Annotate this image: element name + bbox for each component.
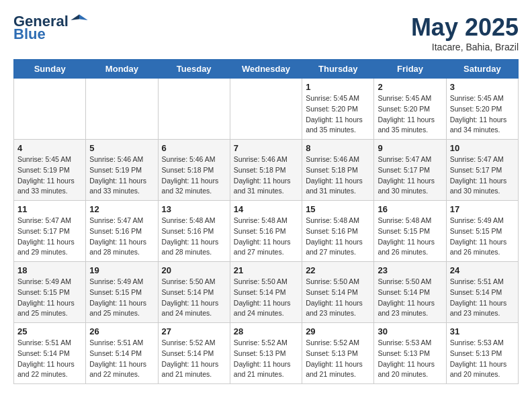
calendar-cell: 18Sunrise: 5:49 AM Sunset: 5:15 PM Dayli… — [14, 262, 86, 323]
day-number: 4 — [17, 143, 82, 153]
calendar-cell — [230, 79, 302, 140]
day-info: Sunrise: 5:50 AM Sunset: 5:14 PM Dayligh… — [378, 277, 442, 319]
day-headers-row: SundayMondayTuesdayWednesdayThursdayFrid… — [14, 60, 519, 79]
calendar-table: SundayMondayTuesdayWednesdayThursdayFrid… — [13, 59, 519, 384]
day-number: 10 — [450, 143, 515, 153]
calendar-cell: 30Sunrise: 5:53 AM Sunset: 5:13 PM Dayli… — [374, 323, 446, 384]
calendar-cell — [158, 79, 230, 140]
day-number: 31 — [450, 326, 515, 336]
day-header-saturday: Saturday — [446, 60, 518, 79]
day-number: 16 — [378, 204, 442, 214]
day-info: Sunrise: 5:46 AM Sunset: 5:18 PM Dayligh… — [306, 154, 370, 197]
calendar-header: SundayMondayTuesdayWednesdayThursdayFrid… — [14, 60, 519, 79]
day-header-tuesday: Tuesday — [158, 60, 230, 79]
calendar-cell: 12Sunrise: 5:47 AM Sunset: 5:16 PM Dayli… — [86, 201, 158, 262]
day-number: 3 — [450, 82, 515, 92]
calendar-cell: 1Sunrise: 5:45 AM Sunset: 5:20 PM Daylig… — [302, 79, 374, 140]
day-number: 13 — [162, 204, 226, 214]
day-number: 1 — [306, 82, 370, 92]
calendar-cell: 28Sunrise: 5:52 AM Sunset: 5:13 PM Dayli… — [230, 323, 302, 384]
calendar-cell: 9Sunrise: 5:47 AM Sunset: 5:17 PM Daylig… — [374, 140, 446, 201]
month-title: May 2025 — [411, 13, 519, 42]
day-number: 12 — [89, 204, 154, 214]
calendar-cell: 10Sunrise: 5:47 AM Sunset: 5:17 PM Dayli… — [446, 140, 518, 201]
calendar-cell: 13Sunrise: 5:48 AM Sunset: 5:16 PM Dayli… — [158, 201, 230, 262]
title-block: May 2025 Itacare, Bahia, Brazil — [411, 13, 519, 52]
day-number: 7 — [234, 143, 298, 153]
day-header-monday: Monday — [86, 60, 158, 79]
calendar-cell: 29Sunrise: 5:52 AM Sunset: 5:13 PM Dayli… — [302, 323, 374, 384]
calendar-cell: 8Sunrise: 5:46 AM Sunset: 5:18 PM Daylig… — [302, 140, 374, 201]
logo-bird-icon — [70, 11, 89, 30]
calendar-cell: 19Sunrise: 5:49 AM Sunset: 5:15 PM Dayli… — [86, 262, 158, 323]
day-info: Sunrise: 5:53 AM Sunset: 5:13 PM Dayligh… — [378, 338, 442, 380]
day-number: 6 — [162, 143, 226, 153]
day-info: Sunrise: 5:47 AM Sunset: 5:17 PM Dayligh… — [17, 216, 82, 258]
calendar-week-5: 25Sunrise: 5:51 AM Sunset: 5:14 PM Dayli… — [14, 323, 519, 384]
day-number: 21 — [234, 265, 298, 275]
day-number: 30 — [378, 326, 442, 336]
svg-marker-1 — [71, 15, 79, 20]
calendar-week-2: 4Sunrise: 5:45 AM Sunset: 5:19 PM Daylig… — [14, 140, 519, 201]
day-info: Sunrise: 5:53 AM Sunset: 5:13 PM Dayligh… — [450, 338, 515, 380]
day-info: Sunrise: 5:46 AM Sunset: 5:19 PM Dayligh… — [89, 154, 154, 197]
day-info: Sunrise: 5:52 AM Sunset: 5:14 PM Dayligh… — [162, 338, 226, 380]
day-number: 17 — [450, 204, 515, 214]
day-number: 22 — [306, 265, 370, 275]
day-number: 24 — [450, 265, 515, 275]
day-info: Sunrise: 5:45 AM Sunset: 5:20 PM Dayligh… — [378, 93, 442, 136]
day-info: Sunrise: 5:50 AM Sunset: 5:14 PM Dayligh… — [162, 277, 226, 319]
day-info: Sunrise: 5:46 AM Sunset: 5:18 PM Dayligh… — [234, 154, 298, 197]
day-info: Sunrise: 5:45 AM Sunset: 5:20 PM Dayligh… — [450, 93, 515, 136]
logo: General Blue — [13, 13, 89, 42]
calendar-cell: 24Sunrise: 5:51 AM Sunset: 5:14 PM Dayli… — [446, 262, 518, 323]
calendar-cell — [86, 79, 158, 140]
calendar-cell: 2Sunrise: 5:45 AM Sunset: 5:20 PM Daylig… — [374, 79, 446, 140]
day-info: Sunrise: 5:47 AM Sunset: 5:16 PM Dayligh… — [89, 216, 154, 258]
day-number: 18 — [17, 265, 82, 275]
day-info: Sunrise: 5:51 AM Sunset: 5:14 PM Dayligh… — [17, 338, 82, 380]
calendar-week-4: 18Sunrise: 5:49 AM Sunset: 5:15 PM Dayli… — [14, 262, 519, 323]
calendar-cell: 7Sunrise: 5:46 AM Sunset: 5:18 PM Daylig… — [230, 140, 302, 201]
day-header-sunday: Sunday — [14, 60, 86, 79]
day-number: 26 — [89, 326, 154, 336]
day-number: 14 — [234, 204, 298, 214]
day-number: 29 — [306, 326, 370, 336]
calendar-cell: 5Sunrise: 5:46 AM Sunset: 5:19 PM Daylig… — [86, 140, 158, 201]
day-info: Sunrise: 5:48 AM Sunset: 5:16 PM Dayligh… — [162, 216, 226, 258]
calendar-cell: 22Sunrise: 5:50 AM Sunset: 5:14 PM Dayli… — [302, 262, 374, 323]
day-number: 11 — [17, 204, 82, 214]
day-info: Sunrise: 5:46 AM Sunset: 5:18 PM Dayligh… — [162, 154, 226, 197]
day-info: Sunrise: 5:50 AM Sunset: 5:14 PM Dayligh… — [306, 277, 370, 319]
calendar-cell: 15Sunrise: 5:48 AM Sunset: 5:16 PM Dayli… — [302, 201, 374, 262]
day-info: Sunrise: 5:47 AM Sunset: 5:17 PM Dayligh… — [378, 154, 442, 197]
page-header: General Blue May 2025 Itacare, Bahia, Br… — [13, 13, 519, 52]
day-info: Sunrise: 5:48 AM Sunset: 5:16 PM Dayligh… — [306, 216, 370, 258]
calendar-cell: 23Sunrise: 5:50 AM Sunset: 5:14 PM Dayli… — [374, 262, 446, 323]
day-info: Sunrise: 5:49 AM Sunset: 5:15 PM Dayligh… — [17, 277, 82, 319]
day-header-thursday: Thursday — [302, 60, 374, 79]
location-subtitle: Itacare, Bahia, Brazil — [411, 42, 519, 52]
day-info: Sunrise: 5:50 AM Sunset: 5:14 PM Dayligh… — [234, 277, 298, 319]
calendar-week-3: 11Sunrise: 5:47 AM Sunset: 5:17 PM Dayli… — [14, 201, 519, 262]
svg-marker-0 — [79, 15, 88, 20]
day-header-friday: Friday — [374, 60, 446, 79]
calendar-cell: 16Sunrise: 5:48 AM Sunset: 5:15 PM Dayli… — [374, 201, 446, 262]
day-info: Sunrise: 5:49 AM Sunset: 5:15 PM Dayligh… — [89, 277, 154, 319]
calendar-cell: 21Sunrise: 5:50 AM Sunset: 5:14 PM Dayli… — [230, 262, 302, 323]
day-info: Sunrise: 5:49 AM Sunset: 5:15 PM Dayligh… — [450, 216, 515, 258]
calendar-cell — [14, 79, 86, 140]
day-info: Sunrise: 5:51 AM Sunset: 5:14 PM Dayligh… — [89, 338, 154, 380]
calendar-cell: 3Sunrise: 5:45 AM Sunset: 5:20 PM Daylig… — [446, 79, 518, 140]
calendar-cell: 31Sunrise: 5:53 AM Sunset: 5:13 PM Dayli… — [446, 323, 518, 384]
calendar-body: 1Sunrise: 5:45 AM Sunset: 5:20 PM Daylig… — [14, 79, 519, 384]
day-info: Sunrise: 5:47 AM Sunset: 5:17 PM Dayligh… — [450, 154, 515, 197]
day-number: 5 — [89, 143, 154, 153]
day-number: 23 — [378, 265, 442, 275]
calendar-cell: 25Sunrise: 5:51 AM Sunset: 5:14 PM Dayli… — [14, 323, 86, 384]
day-info: Sunrise: 5:48 AM Sunset: 5:16 PM Dayligh… — [234, 216, 298, 258]
day-number: 20 — [162, 265, 226, 275]
calendar-cell: 4Sunrise: 5:45 AM Sunset: 5:19 PM Daylig… — [14, 140, 86, 201]
calendar-cell: 20Sunrise: 5:50 AM Sunset: 5:14 PM Dayli… — [158, 262, 230, 323]
day-number: 25 — [17, 326, 82, 336]
